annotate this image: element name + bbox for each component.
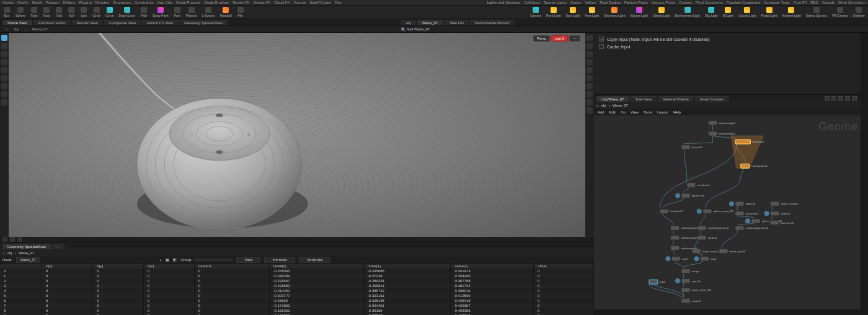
net-tab-2[interactable]: Material Palette <box>658 96 694 102</box>
net-tab-0[interactable]: /obj/Wave_07 <box>596 96 629 102</box>
table-row[interactable]: 50000-0.200777-0.3231610.4105990 <box>0 293 594 298</box>
rotate-tool[interactable] <box>1 51 7 57</box>
menu-viscous-fluids[interactable]: Viscous Fluids <box>652 1 676 4</box>
tab-composite-view[interactable]: Composite View <box>104 20 141 25</box>
menu-container-tools[interactable]: Container Tools <box>764 1 790 4</box>
shelf-curve[interactable]: Curve <box>104 7 115 17</box>
shelf-portal-light[interactable]: Portal Light <box>760 7 779 17</box>
menu-vellum[interactable]: Vellum <box>585 1 596 4</box>
net-tab-1[interactable]: Tree View <box>630 96 657 102</box>
disp-opt-3[interactable] <box>587 51 593 57</box>
menu-particle-fluids[interactable]: Particle Fluids <box>624 1 648 4</box>
net-menu-edit[interactable]: Edit <box>609 110 616 114</box>
table-row[interactable]: 60000-0.18655-0.3351380.4254190 <box>0 298 594 303</box>
shelf-sphere[interactable]: Sphere <box>14 7 27 17</box>
disp-opt-2[interactable] <box>587 43 593 49</box>
shelf-point-light[interactable]: Point Light <box>544 7 563 17</box>
path-home-icon[interactable]: ⌂ <box>2 27 10 31</box>
vp-pill-more[interactable]: — <box>569 35 580 42</box>
shelf-distant-light[interactable]: Distant Light <box>651 7 672 17</box>
ss-mode-points-icon[interactable]: ⬥ <box>159 258 162 262</box>
menu-rigid-bodies[interactable]: Rigid Bodies <box>600 1 621 4</box>
menu-terrain-fx[interactable]: Terrain FX <box>232 1 250 4</box>
scale-tool[interactable] <box>1 59 7 65</box>
net-menu-tools[interactable]: Tools <box>644 110 652 114</box>
shelf-null[interactable]: Null <box>66 7 77 17</box>
menu-cloud-fx[interactable]: Cloud FX <box>274 1 290 4</box>
menu-collisions[interactable]: Collisions <box>524 1 540 4</box>
ss-view-select[interactable]: View <box>236 257 260 263</box>
net-menu-add[interactable]: Add <box>598 110 604 114</box>
shelf-file[interactable]: File <box>235 7 246 17</box>
shelf-camera[interactable]: Camera <box>528 7 543 17</box>
param-copy-input[interactable]: ✓ Copy Input (Note: input will be still … <box>599 37 856 42</box>
table-row[interactable]: 00000-0.258565-0.2356880.3414730 <box>0 268 594 273</box>
menu-polygon[interactable]: Polygon <box>46 1 60 4</box>
shelf-switcher[interactable]: Switcher <box>851 7 867 17</box>
menu-characters[interactable]: Characters <box>113 1 131 4</box>
shelf-metaball[interactable]: Metaball <box>218 7 234 17</box>
ss-node-field[interactable]: Wave_07 <box>16 257 40 263</box>
menu-muscles[interactable]: Muscles <box>95 1 109 4</box>
disp-opt-5[interactable] <box>587 67 593 73</box>
view-tool[interactable] <box>1 91 7 97</box>
net-menu-layout[interactable]: Layout <box>657 110 668 114</box>
menu-constraints[interactable]: Constraints <box>135 1 153 4</box>
tab-render-view[interactable]: Render View <box>72 20 103 25</box>
snap-tool[interactable] <box>1 83 7 89</box>
menu-guide-brushes[interactable]: Guide Brushes <box>204 1 229 4</box>
shelf-line[interactable]: Line <box>78 7 89 17</box>
net-tool-4[interactable] <box>845 96 850 101</box>
shelf-l-system[interactable]: L-System <box>200 7 217 17</box>
disp-opt-6[interactable] <box>587 75 593 81</box>
vp-pill-persp[interactable]: Persp <box>533 35 551 42</box>
shelf-sky-light[interactable]: Sky Light <box>703 7 720 17</box>
shelf-area-light[interactable]: Area Light <box>583 7 601 17</box>
disp-opt-10[interactable] <box>587 107 593 113</box>
vb-1[interactable] <box>2 237 7 242</box>
shelf-circle[interactable]: Circle <box>91 7 102 17</box>
ss-group-field[interactable] <box>195 259 232 261</box>
menu-test[interactable]: Test <box>335 1 342 4</box>
tab-geometry-spreadsheet[interactable]: Geometry Spreadsheet <box>179 20 228 25</box>
menu-simple-fx[interactable]: Simple FX <box>254 1 271 4</box>
net-path-obj[interactable]: obj <box>601 104 606 107</box>
net-menu-go[interactable]: Go <box>621 110 626 114</box>
menu-hair-utils[interactable]: Hair Utils <box>157 1 172 4</box>
menu-populate-containers[interactable]: Populate Containers <box>727 1 760 4</box>
shelf-ambient-light[interactable]: Ambient Light <box>780 7 803 17</box>
ss-table[interactable]: P[x]P[y]P[z]darkensnoise[0]noise[1]noise… <box>0 264 594 315</box>
vb-2[interactable] <box>10 237 15 242</box>
menu-rbd[interactable]: RBD <box>810 1 818 4</box>
move-tool[interactable] <box>1 43 7 49</box>
table-row[interactable]: 70000-0.171891-0.3444510.4399670 <box>0 303 594 308</box>
shelf-volume-light[interactable]: Volume Light <box>628 7 650 17</box>
tab-r-take-list[interactable]: Take List <box>444 20 469 25</box>
shelf-tube[interactable]: Tube <box>29 7 40 17</box>
disp-opt-9[interactable] <box>587 99 593 105</box>
ss-intrinsics-select[interactable]: Intrinsics <box>264 257 295 263</box>
net-path-cur[interactable]: Wave_07 <box>613 104 628 107</box>
table-row[interactable]: 30000-0.238883-0.2958140.3817320 <box>0 283 594 288</box>
menu-deform[interactable]: Deform <box>63 1 76 4</box>
menu-oceans[interactable]: Oceans <box>679 1 692 4</box>
shelf-draw-curve[interactable]: Draw Curve <box>117 7 136 17</box>
menu-sidefx-labs[interactable]: SideFX Labs <box>309 1 330 4</box>
menu-drive-simulation[interactable]: Drive Simulation <box>838 1 866 4</box>
tab-scene-view[interactable]: Scene View <box>2 20 32 25</box>
net-tool-1[interactable] <box>825 96 830 101</box>
render-tool[interactable] <box>1 99 7 105</box>
path-seg-current[interactable]: Wave_07 <box>30 27 50 31</box>
search-icon[interactable]: 🔍 <box>401 27 405 32</box>
ss-mode-verts-icon[interactable]: ▦ <box>166 257 169 262</box>
menu-assets[interactable]: Assets <box>2 1 14 4</box>
ss-tab[interactable]: Geometry Spreadsheet <box>2 244 51 249</box>
disp-opt-4[interactable] <box>587 59 593 65</box>
brush-tool[interactable] <box>1 75 7 81</box>
menu-fluid-containers[interactable]: Fluid Containers <box>696 1 723 4</box>
shelf-platonic[interactable]: Platonic <box>184 7 199 17</box>
disp-opt-8[interactable] <box>587 91 593 97</box>
ss-path-cur[interactable]: Wave_07 <box>19 251 34 255</box>
net-menu-view[interactable]: View <box>631 110 639 114</box>
ss-home-icon[interactable]: ⌂ <box>2 251 5 255</box>
